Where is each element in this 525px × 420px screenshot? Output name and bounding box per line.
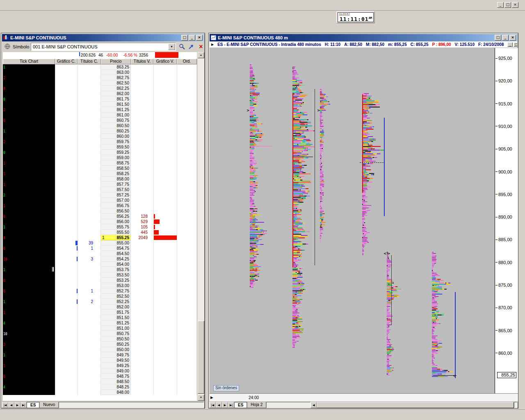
minimize-button[interactable]: _ (189, 35, 195, 41)
scroll-up-button[interactable]: ▲ (198, 52, 204, 58)
chart-document-buttons: _ □ × (507, 42, 517, 47)
restore-button[interactable]: □ (514, 42, 517, 47)
ask-size[interactable]: 445 (131, 230, 148, 235)
bid-size[interactable]: 1 (78, 288, 93, 294)
axis-tick (495, 149, 498, 149)
dom-tabs: |◀◀▶▶|ESNuevo (2, 402, 59, 408)
ask-volume-bar (154, 235, 177, 240)
minimize-button[interactable]: _ (497, 2, 504, 8)
dom-tab-es[interactable]: ES (27, 402, 39, 408)
axis-tick (495, 126, 498, 126)
chart-tabs: |◀◀▶▶|ESHoja 2 (210, 402, 266, 408)
chart-tab-es[interactable]: ES (234, 402, 247, 408)
axis-value: 880,00 (498, 260, 512, 265)
symbol-combobox[interactable]: 001 E-MINI S&P CONTINUOUS ▼ (31, 43, 176, 51)
column-header-gr-fico-v-[interactable]: Gráfico V. (153, 59, 177, 64)
column-header-t-tulos-v-[interactable]: Títulos V. (131, 59, 153, 64)
minimize-button[interactable]: _ (502, 35, 509, 41)
tab-nav-next-button[interactable]: ▶ (14, 402, 21, 408)
ask-size[interactable]: 529 (131, 219, 148, 224)
hscroll-thumb[interactable] (317, 402, 514, 408)
market-profile-chart[interactable] (210, 48, 495, 393)
tick-count: 6 (3, 279, 5, 283)
close-button[interactable]: × (509, 35, 516, 41)
column-header-precio[interactable]: Precio (101, 59, 131, 64)
close-button[interactable]: × (196, 35, 203, 41)
quote-field: A: 882,50 (344, 42, 362, 47)
price-axis-label: 865,00 (495, 328, 512, 333)
send-order-icon[interactable] (187, 43, 195, 50)
chart-tab-hoja-2[interactable]: Hoja 2 (247, 402, 266, 408)
tick-count: 1 (3, 205, 5, 208)
ladder-vertical-scrollbar[interactable]: ▲ ▼ (198, 52, 204, 401)
bid-size[interactable]: 1 (78, 246, 93, 251)
cancel-all-icon[interactable]: × (197, 43, 205, 50)
price-ladder[interactable]: 863.25863.00862.75862.50862.25862.00861.… (3, 64, 197, 401)
minimize-button[interactable]: _ (507, 42, 513, 47)
hscroll-left-button[interactable]: ◀ (310, 402, 317, 408)
tab-nav-last-button[interactable]: ▶| (228, 402, 234, 408)
column-header-t-tulos-c-[interactable]: Títulos C. (78, 59, 101, 64)
scrollbar-thumb[interactable] (198, 321, 204, 394)
tab-nav-first-button[interactable]: |◀ (210, 402, 216, 408)
column-header-gr-fico-c-[interactable]: Gráfico C. (55, 59, 78, 64)
close-button[interactable]: × (512, 2, 518, 8)
tick-count: 4 (3, 386, 5, 389)
bid-size[interactable]: 2 (78, 299, 93, 304)
clock-ampm: AM (369, 16, 372, 20)
bid-graph-stat-bar (79, 52, 80, 56)
price-axis-label: 875,00 (495, 283, 512, 288)
last-price-box: 855,25 (497, 372, 516, 378)
chart-info-bar: ▶ ES - E-MINI S&P CONTINUOUS - Intradía … (210, 41, 517, 48)
restore-button[interactable]: □ (181, 35, 188, 41)
ask-volume-bar (154, 225, 155, 229)
chart-tab-scroll-track[interactable] (266, 402, 310, 408)
tick-count: 2 (3, 141, 5, 144)
last-trade-size: 1 (102, 235, 105, 240)
scroll-down-button[interactable]: ▼ (198, 395, 204, 401)
chart-titlebar[interactable]: E-MINI S&P CONTINUOUS 480 m □ _ × (210, 34, 517, 41)
clock-face: CLOCK 11:11:01AM (338, 12, 374, 22)
tab-nav-prev-button[interactable]: ◀ (8, 402, 14, 408)
price-cell: 862.00 (101, 91, 131, 96)
tab-nav-last-button[interactable]: ▶| (21, 402, 27, 408)
price-cell: 854.25 (101, 256, 131, 262)
symbol-value: 001 E-MINI S&P CONTINUOUS (33, 44, 98, 49)
quote-field: V: 125.510 (455, 42, 475, 47)
dom-titlebar[interactable]: E-MINI S&P CONTINUOUS □ _ × (2, 34, 204, 41)
price-cell: 859.50 (101, 144, 131, 150)
ask-size[interactable]: 105 (131, 224, 148, 230)
price-axis-label: 925,00 (495, 56, 512, 61)
price-cell: 854.75 (101, 246, 131, 251)
quote-field: F: 24/10/2008 (478, 42, 504, 47)
restore-button[interactable]: □ (504, 2, 511, 8)
column-header-tick-chart[interactable]: Tick Chart (3, 59, 55, 64)
tab-nav-next-button[interactable]: ▶ (222, 402, 228, 408)
combo-dropdown-icon[interactable]: ▼ (168, 43, 175, 50)
axis-value: 875,00 (498, 283, 512, 288)
price-cell: 859.25 (101, 150, 131, 155)
bid-size[interactable]: 39 (78, 240, 93, 246)
axis-value: 885,00 (498, 237, 512, 242)
tab-nav-first-button[interactable]: |◀ (2, 402, 8, 408)
price-cell: 853.25 (101, 278, 131, 283)
bid-size[interactable]: 3 (78, 256, 93, 262)
hscroll-track-end[interactable] (514, 402, 517, 408)
tab-nav-prev-button[interactable]: ◀ (216, 402, 222, 408)
tick-count: 1 (3, 365, 5, 368)
ask-size[interactable]: 128 (131, 214, 148, 219)
tick-chart-panel[interactable]: 128026120111216146101661141021164 (3, 64, 55, 395)
tick-count: 2 (3, 194, 5, 197)
ask-size[interactable]: 2049 (131, 235, 148, 240)
price-cell: 850.75 (101, 331, 131, 336)
dom-tab-nuevo[interactable]: Nuevo (39, 402, 59, 408)
search-icon[interactable] (178, 43, 186, 50)
column-header-ord-[interactable]: Ord. (177, 59, 197, 64)
chart-expander-icon[interactable]: ▶ (211, 43, 214, 46)
dom-tab-scroll-track[interactable] (59, 402, 204, 408)
time-axis[interactable]: ▶ 24:00 (210, 393, 518, 402)
axis-value: 865,00 (498, 328, 512, 333)
restore-button[interactable]: □ (495, 35, 501, 41)
price-cell: 855.50 (101, 230, 131, 235)
price-axis[interactable]: 925,00920,00915,00910,00905,00900,00895,… (495, 48, 518, 393)
